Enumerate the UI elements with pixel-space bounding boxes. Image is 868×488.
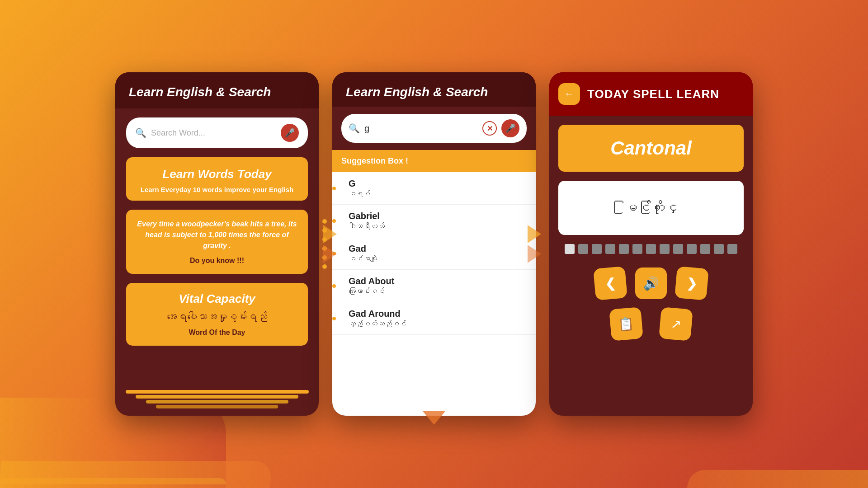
suggestion-item-gad-about[interactable]: Gad About အကြောင်းဂင် [332, 270, 536, 302]
card3-body: Cantonal မြင်ကြိုးငှ [549, 116, 753, 416]
search-icon-active: 🔍 [349, 123, 360, 134]
fact-text: Every time a woodpecker's beak hits a tr… [135, 219, 299, 251]
suggestion-myanmar-0: ဂရမ် [341, 190, 527, 198]
suggestion-myanmar-1: ဂါဘရီယယ် [341, 222, 527, 230]
progress-dot-7 [646, 244, 656, 254]
card1-header: Learn English & Search [115, 72, 319, 108]
progress-dot-3 [592, 244, 602, 254]
search-bar-active[interactable]: 🔍 g ✕ 🎤 [341, 114, 527, 143]
arrow-decoration-right [528, 225, 541, 263]
progress-dot-4 [605, 244, 615, 254]
search-placeholder: Search Word... [151, 128, 276, 138]
learn-words-button[interactable]: Learn Words Today Learn Everyday 10 word… [126, 157, 308, 201]
translation-text: မြင်ကြိုးငှ [624, 200, 678, 216]
action-buttons: 📋 ↗ [558, 308, 744, 340]
search-icon: 🔍 [135, 127, 146, 138]
translation-box: မြင်ကြိုးငှ [558, 181, 744, 235]
back-button[interactable]: ← [558, 83, 580, 105]
prev-button[interactable]: ❮ [593, 266, 627, 300]
search-bar-1[interactable]: 🔍 Search Word... 🎤 [126, 117, 308, 148]
mic-button-2[interactable]: 🎤 [501, 119, 519, 137]
decorative-lines [115, 389, 319, 416]
suggestion-header: Suggestion Box ! [332, 150, 536, 172]
progress-dot-2 [578, 244, 588, 254]
word-display-text: Cantonal [610, 137, 692, 159]
progress-dot-10 [687, 244, 697, 254]
card-search-results: Learn English & Search 🔍 g ✕ 🎤 Suggestio… [332, 72, 536, 416]
learn-words-title: Learn Words Today [135, 167, 299, 181]
clear-button[interactable]: ✕ [482, 121, 497, 136]
suggestion-item-gad[interactable]: Gad ဂင်အမျိုး [332, 237, 536, 270]
progress-dot-5 [619, 244, 629, 254]
clear-icon: ✕ [487, 124, 493, 133]
card1-body: Learn Words Today Learn Everyday 10 word… [115, 157, 319, 357]
suggestion-myanmar-4: လှည့်ပတ်သည်ဂင် [341, 320, 527, 328]
dot-1 [322, 219, 327, 224]
card1-title: Learn English & Search [129, 85, 305, 99]
suggestion-english-1: Gabriel [341, 211, 527, 221]
word-myanmar: အရေးပါသောအမှုစွမ်းရည် [135, 311, 299, 323]
search-input-value[interactable]: g [364, 123, 478, 134]
suggestion-english-3: Gad About [341, 276, 527, 286]
learn-words-subtitle: Learn Everyday 10 words improve your Eng… [135, 186, 299, 193]
progress-dot-8 [660, 244, 670, 254]
fact-box: Every time a woodpecker's beak hits a tr… [126, 210, 308, 274]
prev-icon: ❮ [604, 276, 616, 291]
do-you-know-label: Do you know !!! [135, 257, 299, 265]
word-of-day-title: Vital Capacity [135, 292, 299, 306]
suggestion-item-g[interactable]: G ဂရမ် [332, 172, 536, 205]
word-of-day-label: Word Of the Day [135, 328, 299, 337]
navigation-buttons: ❮ 🔊 ❯ [558, 267, 744, 299]
suggestions-list: G ဂရမ် Gabriel ဂါဘရီယယ် Gad ဂင်အမျိုး Ga… [332, 172, 536, 416]
suggestion-item-gabriel[interactable]: Gabriel ဂါဘရီယယ် [332, 205, 536, 237]
suggestion-english-0: G [341, 178, 527, 189]
suggestion-myanmar-2: ဂင်အမျိုး [341, 255, 527, 263]
arrow-decoration-left [323, 225, 337, 263]
progress-dot-11 [700, 244, 710, 254]
word-of-day-card[interactable]: Vital Capacity အရေးပါသောအမှုစွမ်းရည် Wor… [126, 283, 308, 346]
next-icon: ❯ [686, 276, 698, 291]
progress-dot-13 [727, 244, 737, 254]
suggestion-english-4: Gad Around [341, 309, 527, 319]
suggestion-item-gad-around[interactable]: Gad Around လှည့်ပတ်သည်ဂင် [332, 302, 536, 335]
speak-icon: 🔊 [643, 276, 659, 291]
next-button[interactable]: ❯ [675, 266, 709, 300]
progress-dot-9 [673, 244, 683, 254]
back-icon: ← [564, 88, 574, 100]
copy-button[interactable]: 📋 [609, 307, 643, 341]
spell-title: TODAY SPELL LEARN [587, 87, 719, 101]
bottom-stripes [0, 452, 868, 488]
mic-icon-2: 🎤 [505, 123, 515, 133]
card2-wrapper: Learn English & Search 🔍 g ✕ 🎤 Suggestio… [332, 72, 536, 416]
mic-icon: 🎤 [285, 128, 295, 138]
card-spell-learn: ← TODAY SPELL LEARN Cantonal မြင်ကြိုးငှ [549, 72, 753, 416]
suggestion-myanmar-3: အကြောင်းဂင် [341, 287, 527, 296]
dot-6 [322, 264, 327, 269]
progress-dot-6 [632, 244, 642, 254]
progress-dots [558, 244, 744, 254]
bottom-arrow [423, 411, 445, 425]
mic-button[interactable]: 🎤 [281, 124, 299, 142]
speak-button[interactable]: 🔊 [635, 267, 667, 299]
card3-header: ← TODAY SPELL LEARN [549, 72, 753, 116]
card2-title: Learn English & Search [346, 85, 522, 99]
card-learn-english: Learn English & Search 🔍 Search Word... … [115, 72, 319, 416]
share-icon: ↗ [670, 316, 682, 332]
progress-dot-12 [714, 244, 724, 254]
card2-header: Learn English & Search [332, 72, 536, 107]
copy-icon: 📋 [618, 316, 635, 332]
progress-dot-1 [565, 244, 575, 254]
word-display: Cantonal [558, 125, 744, 172]
suggestion-english-2: Gad [341, 244, 527, 254]
suggestion-label: Suggestion Box ! [341, 156, 408, 165]
share-button[interactable]: ↗ [659, 307, 693, 341]
